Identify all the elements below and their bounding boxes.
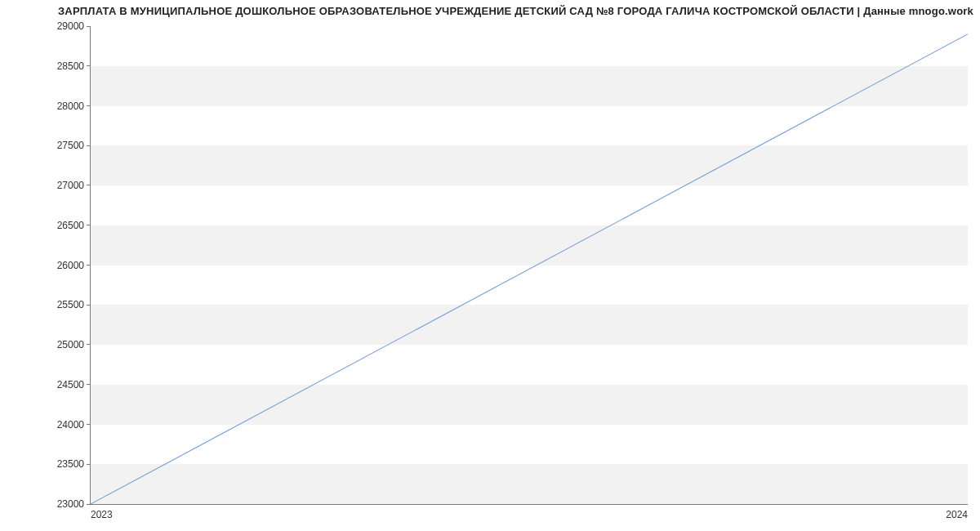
y-tick-mark <box>87 225 91 225</box>
y-tick-label: 25000 <box>57 339 84 350</box>
y-tick-label: 26000 <box>57 260 84 271</box>
y-tick-mark <box>87 305 91 306</box>
y-tick-mark <box>87 185 91 185</box>
y-tick-mark <box>87 265 91 266</box>
y-tick-mark <box>87 424 91 425</box>
plot-area: 2300023500240002450025000255002600026500… <box>90 26 968 505</box>
y-tick-mark <box>87 344 91 345</box>
y-tick-mark <box>87 384 91 385</box>
y-tick-mark <box>87 464 91 465</box>
y-tick-mark <box>87 504 91 505</box>
y-tick-label: 26500 <box>57 220 84 231</box>
y-tick-label: 23000 <box>57 498 84 510</box>
chart-title: ЗАРПЛАТА В МУНИЦИПАЛЬНОЕ ДОШКОЛЬНОЕ ОБРА… <box>0 5 973 17</box>
line-layer <box>91 26 968 504</box>
series-line <box>91 34 968 504</box>
y-tick-label: 24000 <box>57 419 84 431</box>
y-tick-label: 27500 <box>57 140 84 151</box>
y-tick-mark <box>87 145 91 146</box>
y-tick-label: 25500 <box>57 299 84 310</box>
y-tick-label: 28500 <box>57 60 84 72</box>
y-tick-mark <box>87 65 91 66</box>
y-tick-label: 28000 <box>57 100 84 112</box>
y-tick-label: 27000 <box>57 180 84 191</box>
x-tick-label: 2024 <box>946 509 968 520</box>
y-tick-mark <box>87 26 91 27</box>
y-tick-mark <box>87 105 91 106</box>
y-tick-label: 24500 <box>57 379 84 390</box>
chart-container: ЗАРПЛАТА В МУНИЦИПАЛЬНОЕ ДОШКОЛЬНОЕ ОБРА… <box>0 0 980 531</box>
y-tick-label: 29000 <box>57 20 84 32</box>
y-tick-label: 23500 <box>57 458 84 470</box>
x-tick-label: 2023 <box>91 509 113 520</box>
